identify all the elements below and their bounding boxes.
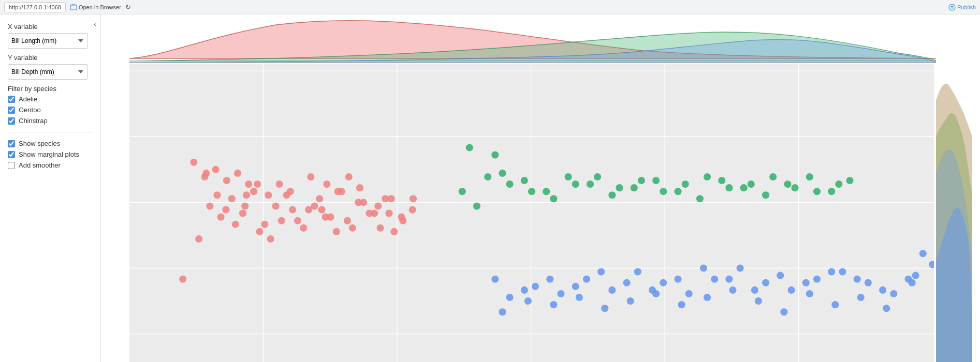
svg-point-161 — [550, 301, 557, 308]
show-marginal-label: Show marginal plots — [19, 150, 79, 158]
svg-point-141 — [506, 294, 514, 301]
svg-point-147 — [660, 279, 667, 286]
show-marginal-checkbox[interactable] — [8, 151, 15, 158]
chinstrap-checkbox[interactable] — [8, 117, 15, 125]
svg-point-59 — [388, 195, 395, 202]
svg-point-123 — [491, 276, 499, 283]
svg-point-94 — [660, 188, 667, 195]
svg-point-151 — [762, 279, 769, 286]
svg-point-164 — [627, 297, 634, 305]
top-density-svg — [129, 17, 936, 64]
svg-point-54 — [333, 228, 340, 235]
svg-point-90 — [572, 180, 579, 188]
svg-point-26 — [222, 206, 229, 213]
open-in-browser-button[interactable]: Open in Browser — [70, 4, 121, 11]
svg-point-124 — [521, 286, 528, 294]
show-species-item[interactable]: Show species — [8, 140, 93, 147]
svg-point-38 — [294, 217, 301, 224]
gentoo-checkbox[interactable] — [8, 107, 15, 114]
svg-point-100 — [792, 184, 799, 191]
x-variable-select[interactable]: Bill Length (mm) — [8, 33, 88, 49]
svg-point-33 — [239, 210, 246, 217]
svg-point-102 — [835, 180, 842, 188]
svg-point-160 — [524, 297, 532, 305]
svg-point-117 — [806, 173, 813, 180]
svg-point-84 — [318, 206, 325, 213]
svg-point-155 — [865, 279, 872, 286]
svg-point-92 — [616, 184, 623, 191]
y-variable-select[interactable]: Bill Depth (mm) — [8, 64, 88, 80]
svg-point-36 — [272, 202, 279, 209]
scatter-plot: 15.0 17.5 20.0 22.5 35 40 45 50 55 60 — [129, 64, 934, 362]
svg-point-70 — [334, 188, 342, 195]
svg-point-114 — [740, 184, 748, 191]
svg-point-118 — [466, 144, 473, 151]
svg-point-149 — [711, 276, 718, 283]
x-variable-label: X variable — [8, 23, 93, 31]
svg-point-170 — [780, 308, 787, 315]
sidebar: ‹ X variable Bill Length (mm) Y variable… — [0, 14, 101, 362]
collapse-button[interactable]: ‹ — [94, 20, 96, 28]
svg-point-106 — [565, 173, 572, 180]
svg-point-173 — [857, 294, 865, 301]
svg-point-27 — [232, 221, 239, 228]
svg-point-105 — [543, 188, 550, 195]
svg-point-61 — [307, 173, 314, 180]
svg-point-144 — [583, 276, 590, 283]
svg-point-73 — [409, 206, 416, 213]
svg-point-95 — [682, 180, 689, 188]
show-species-label: Show species — [19, 140, 60, 147]
chinstrap-checkbox-item[interactable]: Chinstrap — [8, 117, 93, 125]
svg-point-50 — [289, 206, 296, 213]
gentoo-label: Gentoo — [19, 106, 41, 114]
svg-point-143 — [557, 290, 564, 297]
show-marginal-item[interactable]: Show marginal plots — [8, 150, 93, 158]
svg-point-68 — [179, 276, 186, 283]
svg-point-171 — [806, 290, 813, 297]
svg-point-78 — [254, 180, 261, 188]
svg-point-88 — [528, 188, 535, 195]
svg-point-43 — [349, 224, 356, 232]
adelie-checkbox-item[interactable]: Adelie — [8, 95, 93, 103]
svg-point-166 — [678, 301, 685, 308]
app-container: ‹ X variable Bill Length (mm) Y variable… — [0, 14, 980, 362]
svg-point-153 — [813, 276, 821, 283]
svg-point-121 — [846, 177, 853, 184]
svg-point-142 — [532, 283, 539, 290]
svg-point-66 — [201, 173, 208, 180]
refresh-button[interactable]: ↻ — [125, 3, 131, 11]
show-species-checkbox[interactable] — [8, 140, 15, 147]
scatter-svg: 15.0 17.5 20.0 22.5 35 40 45 50 55 60 — [129, 64, 934, 362]
svg-point-93 — [638, 177, 645, 184]
svg-point-135 — [802, 279, 810, 286]
adelie-label: Adelie — [19, 95, 37, 103]
svg-point-140 — [919, 250, 927, 257]
svg-point-148 — [685, 290, 693, 297]
svg-point-113 — [718, 177, 725, 184]
add-smoother-item[interactable]: Add smoother — [8, 161, 93, 169]
svg-point-111 — [674, 188, 681, 195]
svg-point-29 — [195, 235, 202, 243]
top-density-plot — [129, 17, 936, 64]
svg-point-62 — [245, 180, 252, 188]
svg-point-71 — [345, 173, 353, 180]
svg-point-163 — [601, 305, 608, 312]
svg-rect-3 — [129, 64, 934, 362]
svg-point-169 — [755, 297, 762, 305]
gentoo-checkbox-item[interactable]: Gentoo — [8, 106, 93, 114]
publish-button[interactable]: Publish — [948, 4, 976, 11]
svg-point-89 — [550, 195, 557, 202]
adelie-checkbox[interactable] — [8, 96, 15, 103]
add-smoother-checkbox[interactable] — [8, 162, 15, 169]
svg-point-138 — [879, 286, 886, 294]
svg-point-116 — [784, 180, 791, 188]
svg-point-115 — [762, 191, 769, 199]
svg-point-174 — [883, 305, 890, 312]
svg-point-109 — [631, 184, 638, 191]
url-bar[interactable]: http://127.0.0.1:4068 — [4, 2, 66, 12]
svg-point-127 — [597, 268, 605, 276]
svg-point-146 — [634, 268, 641, 276]
svg-point-122 — [473, 202, 480, 209]
chart-area: Bill Depth (mm) — [101, 14, 980, 362]
svg-point-25 — [213, 191, 221, 199]
